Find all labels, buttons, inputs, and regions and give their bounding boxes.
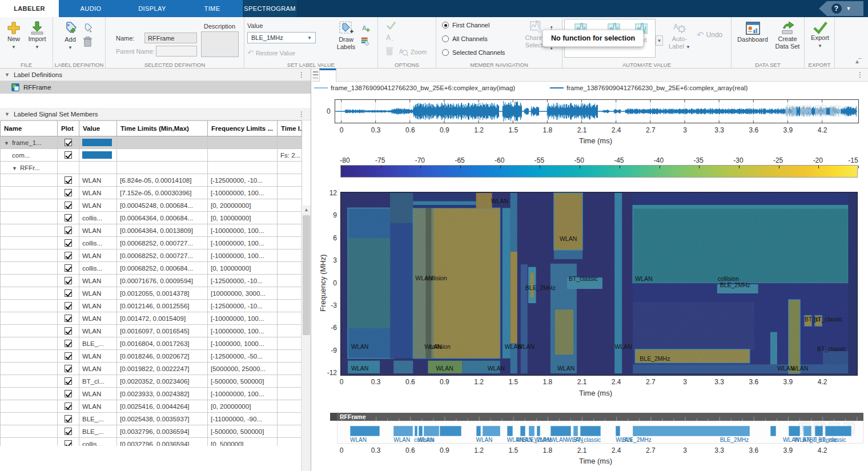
table-row[interactable]: BT_cl...[0.0020352, 0.0023406][-500000, … [1, 375, 302, 388]
plot-checkbox[interactable] [65, 302, 72, 309]
radio-all-channels[interactable]: All Channels [442, 35, 488, 42]
add-label-definition-button[interactable]: Add▼ [60, 21, 81, 51]
edit-label-definition-button[interactable] [83, 23, 93, 35]
gallery-expand-button[interactable]: ▼ [656, 35, 663, 46]
tab-labeler[interactable]: LABELER [0, 0, 59, 17]
label-segment[interactable] [825, 426, 851, 436]
label-segment[interactable] [520, 426, 525, 436]
tree-caret-icon[interactable]: ▼ [4, 140, 9, 146]
plot-checkbox[interactable] [65, 440, 72, 446]
table-row[interactable]: WLAN[0.00064364, 0.0013809][-10000000, 1… [1, 224, 302, 237]
plot-checkbox[interactable] [65, 315, 72, 322]
column-header[interactable]: Time Limits (Min,Max) [117, 121, 208, 136]
display-tab[interactable] [319, 69, 336, 82]
plot-checkbox[interactable] [65, 277, 72, 284]
table-row[interactable]: BLE_...[0.0025438, 0.0035937][-11000000,… [1, 413, 302, 425]
pan-hand-icon[interactable] [815, 105, 826, 116]
import-button[interactable]: Import▼ [25, 21, 49, 51]
column-header[interactable]: Value [79, 121, 117, 136]
plot-checkbox[interactable] [65, 227, 72, 234]
label-segment[interactable] [633, 426, 750, 436]
table-row[interactable]: BLE_...[0.0032796, 0.0036594][-500000, 5… [1, 425, 302, 438]
tree-caret-icon[interactable]: ▼ [12, 166, 17, 171]
table-row[interactable]: WLAN[6.824e-05, 0.00014108][-12500000, -… [1, 174, 302, 187]
waveform-plot[interactable] [335, 99, 859, 123]
dashboard-button[interactable]: Dashboard [735, 21, 770, 43]
plot-checkbox[interactable] [65, 252, 72, 259]
value-dropdown[interactable]: BLE_1MHz▼ [247, 32, 316, 43]
label-segment[interactable] [424, 426, 439, 436]
plot-checkbox[interactable] [65, 176, 72, 184]
table-row[interactable]: WLAN[7.152e-05, 0.00030396][-10000000, 1… [1, 187, 302, 199]
label-definition-item-rfframe[interactable]: RFFrame [0, 81, 311, 94]
delete-label-definition-button[interactable] [83, 36, 93, 49]
value-color-bar[interactable] [82, 151, 112, 159]
radio-selected-channels[interactable]: Selected Channels [442, 49, 505, 56]
table-row[interactable]: WLAN[0.0018246, 0.0020672][-12500000, -5… [1, 350, 302, 363]
plot-checkbox[interactable] [65, 390, 72, 397]
tab-spectrogram[interactable]: SPECTROGRAM [243, 0, 297, 17]
label-segment[interactable] [770, 426, 776, 436]
table-row[interactable]: WLAN[0.0019822, 0.0022247][5000000, 2500… [1, 363, 302, 375]
restore-value-button[interactable]: ↶ Restore Value [247, 49, 295, 57]
accept-button[interactable] [386, 21, 396, 32]
table-row[interactable]: WLAN[0.0023933, 0.0024382][-10000000, 10… [1, 388, 302, 400]
table-row[interactable]: WLAN[0.0025416, 0.0044264][0, 20000000] [1, 400, 302, 413]
label-segment[interactable] [616, 426, 620, 436]
plot-checkbox[interactable] [65, 402, 72, 410]
column-header[interactable]: Time I. [278, 121, 302, 136]
spectrogram-plot[interactable]: WLANWLANWLANcollisionWLANcollisionWLANWL… [340, 192, 858, 376]
plot-checkbox[interactable] [65, 340, 72, 347]
table-row[interactable]: collis...[0.00068252, 0.000727...[-10000… [1, 237, 302, 249]
cursor-icon[interactable] [785, 105, 797, 116]
table-row[interactable]: WLAN[0.00045248, 0.000684...[0, 20000000… [1, 199, 302, 212]
plot-checkbox[interactable] [65, 377, 72, 385]
table-row[interactable]: WLAN[0.00068252, 0.000727...[-10000000, … [1, 249, 302, 262]
label-segment[interactable] [507, 426, 513, 436]
name-field[interactable]: RFFrame [144, 33, 197, 43]
tab-display[interactable]: DISPLAY [123, 0, 182, 17]
collapse-caret-icon[interactable]: ▼ [5, 111, 10, 117]
panel-grip-icon[interactable] [313, 71, 318, 78]
label-segment[interactable] [789, 426, 800, 436]
plot-checkbox[interactable] [65, 202, 72, 209]
label-segment[interactable] [476, 426, 481, 436]
table-row[interactable]: WLAN[0.0012055, 0.0014378][10000000, 300… [1, 287, 302, 300]
plot-checkbox[interactable] [65, 352, 72, 360]
export-button[interactable]: Export▼ [808, 21, 832, 50]
tab-time[interactable]: TIME [182, 0, 243, 17]
zoom-button[interactable]: A Zoom [399, 47, 427, 57]
table-row[interactable]: WLAN[0.0016097, 0.0016545][-10000000, 10… [1, 325, 302, 337]
label-definitions-header[interactable]: ▼ Label Definitions ⋮ [0, 69, 311, 81]
column-header[interactable]: Name [1, 121, 58, 136]
plot-checkbox[interactable] [65, 428, 72, 435]
label-segment[interactable] [573, 426, 578, 436]
delete-value-button[interactable] [385, 45, 394, 58]
collapse-ribbon-icon[interactable]: ▲̅ [854, 58, 860, 65]
label-segment[interactable] [815, 426, 823, 436]
label-segment[interactable] [393, 426, 413, 436]
plot-checkbox[interactable] [65, 189, 72, 196]
label-definitions-menu-icon[interactable]: ⋮ [298, 71, 305, 79]
label-segment[interactable] [537, 426, 540, 436]
plot-checkbox[interactable] [65, 264, 72, 272]
help-caret-icon[interactable]: ▼ [846, 6, 851, 11]
collapse-caret-icon[interactable]: ▼ [5, 72, 10, 78]
label-segment[interactable] [580, 426, 601, 436]
table-row[interactable]: WLAN[0.00071676, 0.0009594][-12500000, -… [1, 275, 302, 287]
table-row[interactable]: ▼frame_1... [1, 136, 302, 149]
zoom-in-icon[interactable] [830, 105, 841, 116]
label-segment[interactable] [550, 426, 571, 436]
add-sublabel-value-button[interactable]: A [360, 23, 371, 35]
auto-label-button[interactable]: A Auto- Label ▼ [668, 21, 691, 51]
label-segment[interactable] [440, 426, 461, 436]
plot-checkbox[interactable] [65, 239, 72, 247]
table-row[interactable]: collis...[0.00068252, 0.000684...[0, 100… [1, 262, 302, 275]
table-row[interactable]: WLAN[0.001472, 0.0015409][-10000000, 100… [1, 312, 302, 325]
edit-value-button[interactable]: A [385, 33, 395, 45]
plot-checkbox[interactable] [65, 214, 72, 222]
plot-checkbox[interactable] [65, 365, 72, 372]
axes-toolbar[interactable] [785, 105, 841, 116]
table-row[interactable]: collis...[0.00064364, 0.000684...[0, 100… [1, 212, 302, 224]
label-colors-button[interactable] [360, 36, 371, 49]
